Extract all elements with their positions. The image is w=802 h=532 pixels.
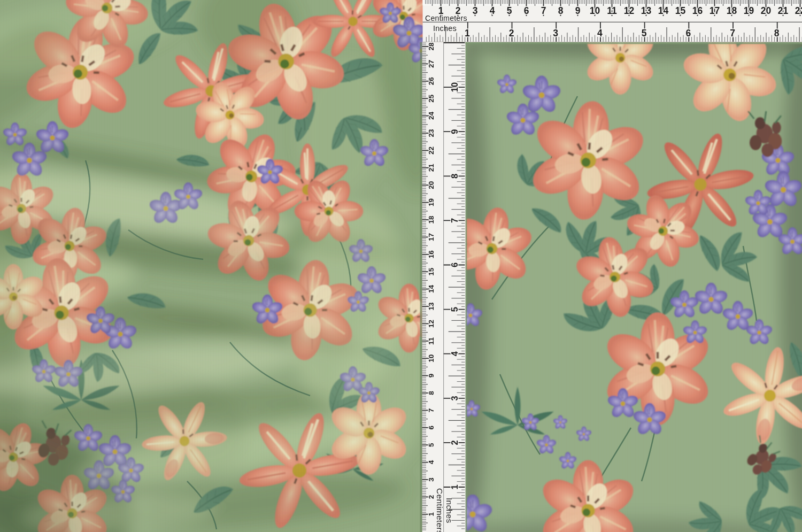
svg-text:8: 8 bbox=[558, 5, 564, 16]
svg-text:4: 4 bbox=[597, 28, 603, 38]
svg-text:3: 3 bbox=[553, 28, 558, 38]
svg-text:7: 7 bbox=[450, 218, 459, 223]
svg-text:12: 12 bbox=[427, 320, 435, 328]
svg-text:26: 26 bbox=[427, 77, 435, 86]
svg-text:3: 3 bbox=[473, 5, 478, 16]
svg-text:1: 1 bbox=[465, 28, 470, 38]
svg-text:28: 28 bbox=[427, 42, 435, 51]
svg-text:Inches: Inches bbox=[445, 498, 454, 523]
svg-text:9: 9 bbox=[427, 374, 435, 378]
svg-text:7: 7 bbox=[541, 5, 546, 16]
svg-text:20: 20 bbox=[427, 181, 435, 189]
svg-text:5: 5 bbox=[507, 5, 512, 16]
svg-text:3: 3 bbox=[450, 396, 459, 400]
svg-text:3: 3 bbox=[427, 477, 435, 482]
svg-text:22: 22 bbox=[427, 147, 435, 155]
svg-text:16: 16 bbox=[427, 250, 435, 259]
svg-text:17: 17 bbox=[427, 233, 435, 241]
svg-text:2: 2 bbox=[450, 440, 459, 445]
svg-text:15: 15 bbox=[427, 267, 435, 276]
svg-text:21: 21 bbox=[778, 5, 789, 16]
svg-text:8: 8 bbox=[450, 174, 459, 179]
svg-text:14: 14 bbox=[658, 5, 669, 16]
svg-text:19: 19 bbox=[744, 5, 754, 16]
svg-text:23: 23 bbox=[427, 129, 435, 137]
svg-text:22: 22 bbox=[795, 5, 802, 16]
svg-text:27: 27 bbox=[427, 60, 435, 68]
svg-text:4: 4 bbox=[427, 460, 435, 464]
svg-text:Centimeters: Centimeters bbox=[435, 488, 444, 532]
svg-text:12: 12 bbox=[624, 5, 635, 16]
svg-text:4: 4 bbox=[490, 5, 495, 16]
svg-text:19: 19 bbox=[427, 198, 435, 206]
svg-text:7: 7 bbox=[730, 28, 735, 38]
svg-text:11: 11 bbox=[427, 337, 435, 345]
svg-text:6: 6 bbox=[450, 263, 459, 267]
svg-text:20: 20 bbox=[761, 5, 772, 16]
svg-text:7: 7 bbox=[427, 408, 435, 413]
svg-text:6: 6 bbox=[427, 426, 435, 430]
svg-text:2: 2 bbox=[509, 28, 514, 38]
svg-text:4: 4 bbox=[450, 351, 459, 356]
svg-text:15: 15 bbox=[675, 5, 686, 16]
svg-text:10: 10 bbox=[450, 82, 459, 92]
svg-text:13: 13 bbox=[427, 302, 435, 311]
svg-text:10: 10 bbox=[427, 354, 435, 363]
svg-text:18: 18 bbox=[427, 215, 435, 224]
svg-text:5: 5 bbox=[450, 307, 459, 312]
svg-text:18: 18 bbox=[727, 5, 737, 16]
svg-text:14: 14 bbox=[427, 285, 435, 294]
svg-text:16: 16 bbox=[692, 5, 703, 16]
svg-text:13: 13 bbox=[641, 5, 652, 16]
svg-text:8: 8 bbox=[427, 391, 435, 395]
svg-text:6: 6 bbox=[524, 5, 529, 16]
svg-text:17: 17 bbox=[710, 5, 720, 16]
svg-text:11: 11 bbox=[607, 5, 617, 16]
svg-text:9: 9 bbox=[575, 5, 581, 16]
svg-text:25: 25 bbox=[427, 94, 435, 103]
svg-text:9: 9 bbox=[450, 129, 459, 134]
svg-text:8: 8 bbox=[774, 28, 780, 38]
svg-text:Centimeters: Centimeters bbox=[425, 14, 467, 22]
svg-text:24: 24 bbox=[427, 112, 435, 120]
svg-text:1: 1 bbox=[427, 512, 435, 516]
svg-text:5: 5 bbox=[427, 443, 435, 447]
svg-text:21: 21 bbox=[427, 164, 435, 172]
svg-text:Inches: Inches bbox=[433, 24, 457, 33]
svg-text:2: 2 bbox=[427, 495, 435, 499]
svg-text:6: 6 bbox=[685, 28, 691, 38]
svg-text:10: 10 bbox=[590, 5, 600, 16]
svg-text:5: 5 bbox=[642, 28, 647, 38]
svg-text:1: 1 bbox=[450, 484, 459, 489]
